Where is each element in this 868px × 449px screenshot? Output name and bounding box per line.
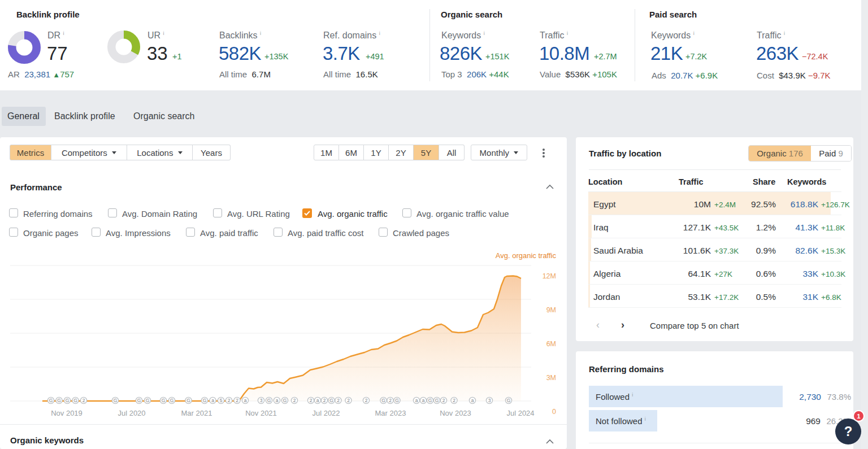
svg-text:2: 2 — [453, 398, 455, 403]
svg-text:a: a — [471, 398, 474, 403]
svg-text:Mar 2021: Mar 2021 — [181, 409, 212, 417]
svg-text:G: G — [186, 398, 190, 403]
svg-text:5: 5 — [220, 398, 223, 403]
svg-text:G: G — [381, 398, 385, 403]
svg-text:2: 2 — [323, 398, 326, 403]
svg-text:Avg. organic traffic: Avg. organic traffic — [496, 251, 557, 260]
svg-text:G: G — [49, 398, 53, 403]
svg-text:G: G — [507, 398, 511, 403]
svg-text:2: 2 — [337, 398, 340, 403]
svg-text:G: G — [73, 398, 77, 403]
svg-text:a: a — [316, 398, 319, 403]
svg-text:G: G — [57, 398, 61, 403]
svg-text:0: 0 — [552, 408, 556, 416]
svg-text:a: a — [211, 398, 214, 403]
svg-text:G: G — [435, 398, 439, 403]
svg-text:a: a — [276, 398, 279, 403]
svg-text:G: G — [395, 398, 399, 403]
svg-text:G: G — [114, 398, 118, 403]
svg-text:2: 2 — [310, 398, 313, 403]
svg-text:Jul 2022: Jul 2022 — [312, 409, 340, 417]
svg-text:Nov 2023: Nov 2023 — [440, 409, 471, 417]
svg-text:a: a — [244, 398, 247, 403]
svg-text:a: a — [415, 398, 418, 403]
svg-text:2: 2 — [347, 398, 350, 403]
svg-text:2: 2 — [293, 398, 296, 403]
svg-text:3M: 3M — [546, 374, 556, 382]
svg-text:2: 2 — [83, 398, 85, 403]
svg-text:12M: 12M — [542, 272, 556, 280]
svg-text:9M: 9M — [546, 306, 556, 314]
svg-text:G: G — [137, 398, 141, 403]
svg-text:Jul 2024: Jul 2024 — [506, 409, 534, 417]
svg-text:G: G — [162, 398, 166, 403]
svg-text:G: G — [66, 398, 70, 403]
svg-text:Mar 2023: Mar 2023 — [375, 409, 406, 417]
svg-text:3: 3 — [488, 398, 491, 403]
svg-text:2: 2 — [365, 398, 368, 403]
svg-text:2: 2 — [236, 398, 238, 403]
svg-text:3: 3 — [260, 398, 263, 403]
svg-text:2: 2 — [389, 398, 392, 403]
svg-text:6M: 6M — [546, 340, 556, 348]
svg-text:G: G — [329, 398, 333, 403]
svg-text:2: 2 — [442, 398, 445, 403]
svg-text:2: 2 — [228, 398, 231, 403]
svg-text:a: a — [422, 398, 425, 403]
svg-text:Jul 2020: Jul 2020 — [118, 409, 145, 417]
svg-text:G: G — [170, 398, 174, 403]
svg-text:G: G — [203, 398, 207, 403]
svg-text:Nov 2021: Nov 2021 — [245, 409, 277, 417]
svg-text:G: G — [428, 398, 432, 403]
svg-text:G: G — [267, 398, 271, 403]
svg-text:Nov 2019: Nov 2019 — [51, 409, 83, 417]
svg-text:G: G — [283, 398, 287, 403]
svg-text:G: G — [146, 398, 150, 403]
